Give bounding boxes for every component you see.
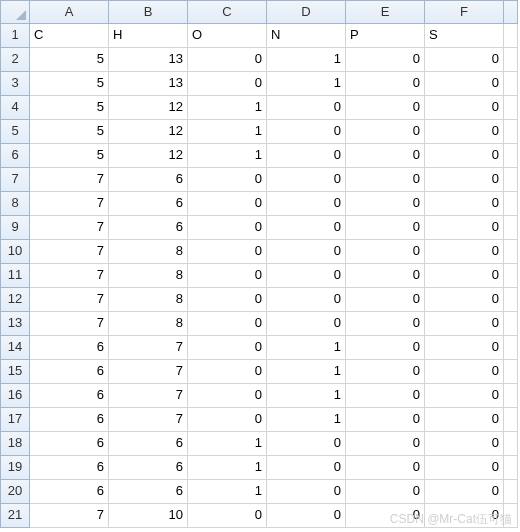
row-header-7[interactable]: 7	[0, 168, 30, 192]
cell-4-d[interactable]: 0	[267, 96, 346, 120]
cell-16-a[interactable]: 6	[30, 384, 109, 408]
cell-3-a[interactable]: 5	[30, 72, 109, 96]
cell-15-e[interactable]: 0	[346, 360, 425, 384]
cell-13-e[interactable]: 0	[346, 312, 425, 336]
cell-5-c[interactable]: 1	[188, 120, 267, 144]
row-header-4[interactable]: 4	[0, 96, 30, 120]
cell-11-a[interactable]: 7	[30, 264, 109, 288]
cell-5-a[interactable]: 5	[30, 120, 109, 144]
cell-8-b[interactable]: 6	[109, 192, 188, 216]
cell-15-d[interactable]: 1	[267, 360, 346, 384]
cell-18-e[interactable]: 0	[346, 432, 425, 456]
cell-18-c[interactable]: 1	[188, 432, 267, 456]
row-header-1[interactable]: 1	[0, 24, 30, 48]
cell-1-c[interactable]: O	[188, 24, 267, 48]
cell-2-d[interactable]: 1	[267, 48, 346, 72]
cell-13-partial[interactable]	[504, 312, 518, 336]
cell-1-e[interactable]: P	[346, 24, 425, 48]
cell-10-a[interactable]: 7	[30, 240, 109, 264]
cell-6-a[interactable]: 5	[30, 144, 109, 168]
cell-12-f[interactable]: 0	[425, 288, 504, 312]
cell-13-c[interactable]: 0	[188, 312, 267, 336]
cell-11-c[interactable]: 0	[188, 264, 267, 288]
cell-11-f[interactable]: 0	[425, 264, 504, 288]
cell-3-partial[interactable]	[504, 72, 518, 96]
cell-5-f[interactable]: 0	[425, 120, 504, 144]
cell-16-d[interactable]: 1	[267, 384, 346, 408]
cell-8-c[interactable]: 0	[188, 192, 267, 216]
row-header-8[interactable]: 8	[0, 192, 30, 216]
cell-8-partial[interactable]	[504, 192, 518, 216]
cell-15-partial[interactable]	[504, 360, 518, 384]
cell-14-e[interactable]: 0	[346, 336, 425, 360]
select-all-corner[interactable]	[0, 0, 30, 24]
cell-7-c[interactable]: 0	[188, 168, 267, 192]
cell-6-f[interactable]: 0	[425, 144, 504, 168]
row-header-9[interactable]: 9	[0, 216, 30, 240]
cell-6-b[interactable]: 12	[109, 144, 188, 168]
cell-7-partial[interactable]	[504, 168, 518, 192]
cell-18-b[interactable]: 6	[109, 432, 188, 456]
cell-8-d[interactable]: 0	[267, 192, 346, 216]
cell-4-a[interactable]: 5	[30, 96, 109, 120]
cell-19-f[interactable]: 0	[425, 456, 504, 480]
cell-4-b[interactable]: 12	[109, 96, 188, 120]
row-header-10[interactable]: 10	[0, 240, 30, 264]
col-header-a[interactable]: A	[30, 0, 109, 24]
row-header-20[interactable]: 20	[0, 480, 30, 504]
cell-15-c[interactable]: 0	[188, 360, 267, 384]
cell-1-f[interactable]: S	[425, 24, 504, 48]
cell-9-b[interactable]: 6	[109, 216, 188, 240]
cell-9-f[interactable]: 0	[425, 216, 504, 240]
cell-12-c[interactable]: 0	[188, 288, 267, 312]
cell-20-b[interactable]: 6	[109, 480, 188, 504]
cell-6-partial[interactable]	[504, 144, 518, 168]
row-header-11[interactable]: 11	[0, 264, 30, 288]
cell-21-partial[interactable]	[504, 504, 518, 528]
cell-4-c[interactable]: 1	[188, 96, 267, 120]
cell-2-f[interactable]: 0	[425, 48, 504, 72]
cell-12-partial[interactable]	[504, 288, 518, 312]
cell-17-c[interactable]: 0	[188, 408, 267, 432]
cell-17-partial[interactable]	[504, 408, 518, 432]
cell-7-d[interactable]: 0	[267, 168, 346, 192]
cell-14-partial[interactable]	[504, 336, 518, 360]
spreadsheet-grid[interactable]: ABCDEF1CHONPS251301003513010045121000551…	[0, 0, 520, 528]
cell-1-d[interactable]: N	[267, 24, 346, 48]
cell-20-partial[interactable]	[504, 480, 518, 504]
cell-9-d[interactable]: 0	[267, 216, 346, 240]
cell-20-f[interactable]: 0	[425, 480, 504, 504]
cell-3-f[interactable]: 0	[425, 72, 504, 96]
cell-21-f[interactable]: 0	[425, 504, 504, 528]
row-header-5[interactable]: 5	[0, 120, 30, 144]
cell-13-d[interactable]: 0	[267, 312, 346, 336]
cell-13-f[interactable]: 0	[425, 312, 504, 336]
cell-16-c[interactable]: 0	[188, 384, 267, 408]
cell-5-b[interactable]: 12	[109, 120, 188, 144]
cell-14-a[interactable]: 6	[30, 336, 109, 360]
cell-2-c[interactable]: 0	[188, 48, 267, 72]
cell-17-e[interactable]: 0	[346, 408, 425, 432]
cell-7-a[interactable]: 7	[30, 168, 109, 192]
cell-10-c[interactable]: 0	[188, 240, 267, 264]
cell-7-f[interactable]: 0	[425, 168, 504, 192]
cell-21-d[interactable]: 0	[267, 504, 346, 528]
cell-2-e[interactable]: 0	[346, 48, 425, 72]
row-header-6[interactable]: 6	[0, 144, 30, 168]
cell-18-f[interactable]: 0	[425, 432, 504, 456]
cell-10-partial[interactable]	[504, 240, 518, 264]
col-header-f[interactable]: F	[425, 0, 504, 24]
row-header-21[interactable]: 21	[0, 504, 30, 528]
cell-21-a[interactable]: 7	[30, 504, 109, 528]
cell-8-a[interactable]: 7	[30, 192, 109, 216]
cell-16-f[interactable]: 0	[425, 384, 504, 408]
cell-8-f[interactable]: 0	[425, 192, 504, 216]
row-header-13[interactable]: 13	[0, 312, 30, 336]
cell-10-d[interactable]: 0	[267, 240, 346, 264]
cell-1-partial[interactable]	[504, 24, 518, 48]
cell-14-b[interactable]: 7	[109, 336, 188, 360]
cell-2-a[interactable]: 5	[30, 48, 109, 72]
cell-10-b[interactable]: 8	[109, 240, 188, 264]
cell-19-partial[interactable]	[504, 456, 518, 480]
cell-18-d[interactable]: 0	[267, 432, 346, 456]
